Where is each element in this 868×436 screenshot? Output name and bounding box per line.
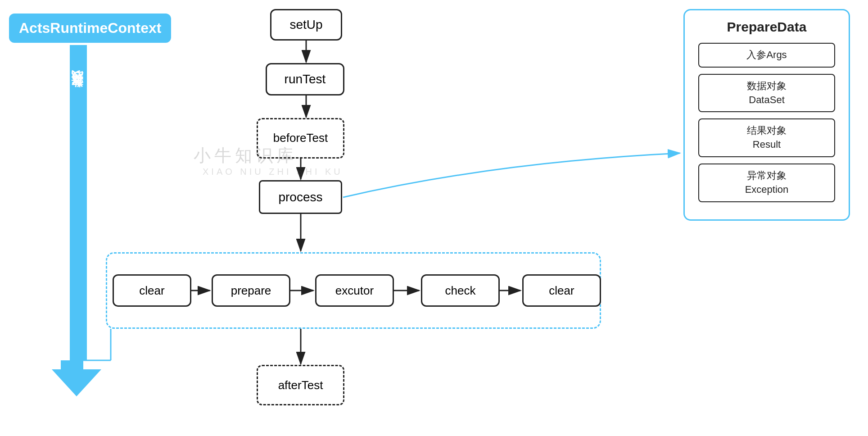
prepare-data-args: 入参Args	[698, 43, 835, 68]
watermark-en: XIAO NIU ZHI SHI KU	[203, 167, 343, 177]
runtest-box: runTest	[266, 63, 344, 95]
aftertest-label: afterTest	[278, 378, 323, 392]
clear2-label: clear	[549, 284, 574, 298]
beforetest-label: beforeTest	[273, 131, 328, 145]
process-label: process	[278, 190, 322, 204]
clear1-label: clear	[139, 284, 164, 298]
big-arrow-down	[52, 369, 101, 396]
runtest-label: runTest	[285, 72, 326, 86]
excutor-box: excutor	[315, 274, 394, 307]
acts-runtime-context-label: ActsRuntimeContext	[19, 20, 161, 36]
prepare-box: prepare	[212, 274, 290, 307]
beforetest-box: beforeTest	[257, 118, 344, 159]
aftertest-box: afterTest	[257, 365, 344, 405]
clear2-box: clear	[522, 274, 601, 307]
setup-box: setUp	[270, 9, 342, 41]
check-box: check	[421, 274, 500, 307]
acts-runtime-context-box: ActsRuntimeContext	[9, 14, 171, 43]
prepare-data-result: 结果对象Result	[698, 118, 835, 157]
prepare-data-dataset: 数据对象DataSet	[698, 74, 835, 113]
check-label: check	[445, 284, 476, 298]
prepare-label: prepare	[231, 284, 271, 298]
data-bus-label: 数据总线	[68, 90, 84, 97]
prepare-data-exception: 异常对象Exception	[698, 164, 835, 202]
excutor-label: excutor	[335, 284, 374, 298]
prepare-data-panel: PrepareData 入参Args 数据对象DataSet 结果对象Resul…	[683, 9, 850, 221]
diagram-container: ActsRuntimeContext 数据总线 setUp runTest be…	[0, 0, 868, 436]
clear1-box: clear	[113, 274, 191, 307]
process-box: process	[259, 180, 342, 214]
setup-label: setUp	[289, 18, 322, 32]
prepare-data-title: PrepareData	[698, 19, 835, 35]
